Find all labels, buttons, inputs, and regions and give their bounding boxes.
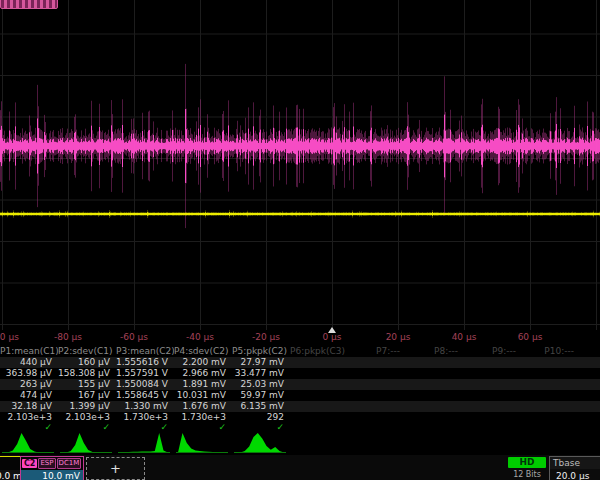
c2-coupling-badge: DC1M xyxy=(57,458,82,469)
timebase-descriptor[interactable]: Tbase 20.0 µs xyxy=(549,456,600,480)
measure-row-min: 263 µV155 µV1.550084 V1.891 mV25.03 mV xyxy=(0,379,600,390)
param-header-p4[interactable]: P4:sdev(C2) xyxy=(174,346,232,357)
measure-cell xyxy=(522,401,580,412)
time-tick-label: -20 µs xyxy=(252,332,280,342)
measure-cell xyxy=(348,401,406,412)
histicon-cell[interactable] xyxy=(290,430,348,455)
measure-cell xyxy=(406,368,464,379)
histicon-cell[interactable] xyxy=(0,430,58,455)
measure-cell xyxy=(464,379,522,390)
measure-cell xyxy=(348,412,406,423)
param-header-p11[interactable]: P11:--- xyxy=(580,346,600,357)
measure-cell: 1.891 mV xyxy=(174,379,232,390)
oscilloscope-screen: -100 µs-80 µs-60 µs-40 µs-20 µs0 µs20 µs… xyxy=(0,0,600,480)
measure-row-sdev: 32.18 µV1.399 µV1.330 mV1.676 mV6.135 mV xyxy=(0,401,600,412)
histicon-chart xyxy=(176,432,228,453)
histicon-cell[interactable] xyxy=(464,430,522,455)
param-header-p9[interactable]: P9:--- xyxy=(464,346,522,357)
timebase-value: 20.0 µs xyxy=(550,469,600,480)
measure-cell xyxy=(348,379,406,390)
waveform-display-area[interactable] xyxy=(0,0,600,330)
histicon-cell[interactable] xyxy=(522,430,580,455)
measure-cell xyxy=(580,401,600,412)
measure-cell: 10.031 mV xyxy=(174,390,232,401)
measure-cell xyxy=(580,412,600,423)
param-header-p10[interactable]: P10:--- xyxy=(522,346,580,357)
measure-cell xyxy=(580,379,600,390)
measure-cell: 1.555616 V xyxy=(116,357,174,368)
histicon-cell[interactable] xyxy=(58,430,116,455)
measure-cell: 155 µV xyxy=(58,379,116,390)
hd-mode-badge[interactable]: HD xyxy=(508,457,546,468)
c2-volts-per-div[interactable]: 10.0 mV xyxy=(21,470,83,480)
param-header-p7[interactable]: P7:--- xyxy=(348,346,406,357)
measure-cell xyxy=(580,357,600,368)
measure-cell xyxy=(290,379,348,390)
measure-cell: 6.135 mV xyxy=(232,401,290,412)
measure-cell xyxy=(522,357,580,368)
measure-row-num: 2.103e+32.103e+31.730e+31.730e+3292 xyxy=(0,412,600,423)
add-trace-button[interactable]: + xyxy=(86,457,145,480)
measurement-table: P1:mean(C1)P2:sdev(C1)P3:mean(C2)P4:sdev… xyxy=(0,346,600,432)
histicon-cell[interactable] xyxy=(580,430,600,455)
measure-cell xyxy=(580,390,600,401)
param-header-p1[interactable]: P1:mean(C1) xyxy=(0,346,58,357)
measure-cell: 158.308 µV xyxy=(58,368,116,379)
measure-cell xyxy=(406,412,464,423)
time-tick-label: -60 µs xyxy=(120,332,148,342)
param-header-p6[interactable]: P6:pkpk(C3) xyxy=(290,346,348,357)
measure-cell xyxy=(464,412,522,423)
measure-cell: 59.97 mV xyxy=(232,390,290,401)
param-header-p2[interactable]: P2:sdev(C1) xyxy=(58,346,116,357)
histicon-chart xyxy=(2,432,54,453)
measure-cell: 32.18 µV xyxy=(0,401,58,412)
trace-label-badge xyxy=(0,0,58,9)
channel-c2-descriptor[interactable]: C2 ESP DC1M 10.0 mV xyxy=(20,456,84,480)
measure-row-value: 440 µV160 µV1.555616 V2.200 mV27.97 mV xyxy=(0,357,600,368)
bottom-bar: C1 DC1M 10.0 mV C2 ESP DC1M 10.0 mV + HD… xyxy=(0,455,600,480)
histicon-chart xyxy=(118,432,170,453)
param-header-p5[interactable]: P5:pkpk(C2) xyxy=(232,346,290,357)
param-header-p3[interactable]: P3:mean(C2) xyxy=(116,346,174,357)
measure-cell xyxy=(406,401,464,412)
histicon-cell[interactable] xyxy=(116,430,174,455)
measure-cell: 474 µV xyxy=(0,390,58,401)
measure-cell xyxy=(406,357,464,368)
histicon-cell[interactable] xyxy=(232,430,290,455)
time-axis: -100 µs-80 µs-60 µs-40 µs-20 µs0 µs20 µs… xyxy=(0,330,600,345)
measure-cell: 1.558645 V xyxy=(116,390,174,401)
measure-cell xyxy=(348,390,406,401)
histicon-cell[interactable] xyxy=(348,430,406,455)
time-tick-label: 60 µs xyxy=(518,332,543,342)
measure-cell xyxy=(348,357,406,368)
measure-cell: 25.03 mV xyxy=(232,379,290,390)
measure-cell xyxy=(464,368,522,379)
measure-cell xyxy=(464,401,522,412)
measure-cell xyxy=(348,368,406,379)
time-tick-label: 0 µs xyxy=(322,332,341,342)
measure-cell: 1.399 µV xyxy=(58,401,116,412)
histicon-cell[interactable] xyxy=(174,430,232,455)
trigger-position-icon[interactable] xyxy=(328,327,336,333)
measure-cell: 33.477 mV xyxy=(232,368,290,379)
measure-cell: 1.330 mV xyxy=(116,401,174,412)
measure-cell xyxy=(522,412,580,423)
measure-cell: 440 µV xyxy=(0,357,58,368)
measure-cell xyxy=(290,390,348,401)
measure-cell xyxy=(522,368,580,379)
plus-icon: + xyxy=(110,461,121,476)
c2-esp-badge: ESP xyxy=(38,458,55,469)
param-header-p8[interactable]: P8:--- xyxy=(406,346,464,357)
histicon-cell[interactable] xyxy=(406,430,464,455)
hd-bits-label: 12 Bits xyxy=(508,470,546,479)
measure-cell xyxy=(290,357,348,368)
histicon-chart xyxy=(60,432,112,453)
time-tick-label: -40 µs xyxy=(186,332,214,342)
measure-cell xyxy=(464,357,522,368)
measure-cell xyxy=(580,368,600,379)
measure-row-max: 474 µV167 µV1.558645 V10.031 mV59.97 mV xyxy=(0,390,600,401)
measure-cell: 2.200 mV xyxy=(174,357,232,368)
measure-cell xyxy=(406,379,464,390)
waveform-canvas xyxy=(0,0,600,330)
measure-cell: 27.97 mV xyxy=(232,357,290,368)
